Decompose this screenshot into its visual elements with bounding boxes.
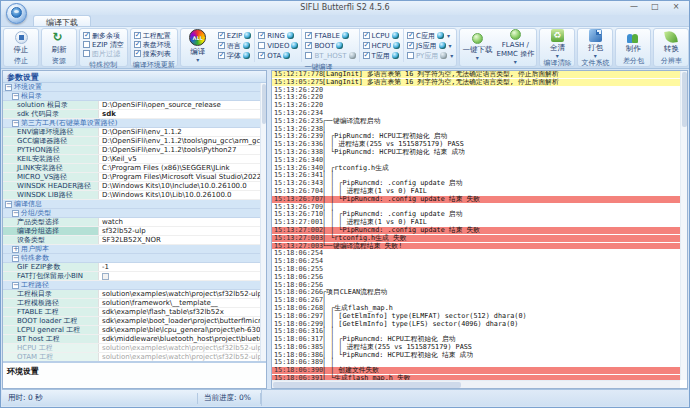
- param-group-row[interactable]: − 环境设置: [3, 83, 266, 92]
- param-row[interactable]: HCPU 工程 solution\examples\watch\project\…: [3, 344, 266, 353]
- param-group-row[interactable]: − 根目录: [3, 92, 266, 101]
- param-value[interactable]: sf32lb52-ulp: [99, 227, 266, 235]
- minimize-button[interactable]: —: [624, 1, 644, 13]
- param-group-row[interactable]: − 第三方工具(右键菜单设置路径): [3, 119, 266, 128]
- checkbox[interactable]: [363, 32, 370, 39]
- ribbon-checkbox-item[interactable]: 图片过滤: [83, 49, 124, 58]
- expand-toggle-icon[interactable]: −: [12, 255, 19, 262]
- param-row[interactable]: solution 根目录 D:\OpenSiFli\open_source_re…: [3, 101, 266, 110]
- checkbox[interactable]: [407, 42, 414, 49]
- param-value[interactable]: sdk\example\boot_loader\project\butterfl…: [99, 317, 266, 325]
- param-row[interactable]: WINSDK HEADER路径 D:\Windows Kits\10\Inclu…: [3, 182, 266, 191]
- checkbox[interactable]: [134, 41, 141, 48]
- expand-toggle-icon[interactable]: −: [12, 120, 19, 127]
- fat-min-bin-checkbox[interactable]: [102, 273, 109, 280]
- param-value[interactable]: solution\examples\watch\project\sf32lb52…: [99, 344, 266, 352]
- one-key-checkbox-item[interactable]: BT_HOST: [305, 51, 355, 60]
- one-key-checkbox-item[interactable]: 字体: [218, 51, 252, 60]
- param-row[interactable]: 编译分组选择 sf32lb52-ulp: [3, 227, 266, 236]
- ribbon-checkbox-item[interactable]: 搜索列表: [134, 49, 171, 58]
- param-value[interactable]: [99, 272, 266, 280]
- param-value[interactable]: D:\Keil_v5: [99, 155, 266, 163]
- checkbox[interactable]: [305, 32, 312, 39]
- param-value[interactable]: D:\Windows Kits\10\Include\10.0.26100.0: [99, 182, 266, 190]
- checkbox[interactable]: [134, 50, 141, 57]
- param-value[interactable]: D:\OpenSiFli\open_source_release: [99, 101, 266, 109]
- one-key-checkbox-item[interactable]: 语言: [218, 41, 252, 50]
- param-row[interactable]: GIF EZIP参数 -1: [3, 263, 266, 272]
- maximize-button[interactable]: □: [645, 1, 665, 13]
- checkbox[interactable]: [258, 32, 265, 39]
- one-key-checkbox-item[interactable]: VIDEO: [258, 41, 298, 50]
- one-key-download-button[interactable]: 一键下载 ▾: [460, 29, 494, 64]
- log-horizontal-scrollbar[interactable]: [272, 380, 680, 388]
- param-row[interactable]: 工程模板路径 solution\framework\__template__: [3, 299, 266, 308]
- expand-toggle-icon[interactable]: −: [5, 84, 12, 91]
- expand-toggle-icon[interactable]: −: [12, 282, 19, 289]
- checkbox[interactable]: [305, 52, 312, 59]
- param-value[interactable]: solution\examples\watch\project\sf32lb52…: [99, 290, 266, 298]
- expand-toggle-icon[interactable]: +: [12, 246, 19, 253]
- checkbox[interactable]: [218, 42, 225, 49]
- one-key-checkbox-item[interactable]: HCPU: [363, 41, 401, 50]
- param-value[interactable]: D:\OpenSiFli\env_1.1.2: [99, 128, 266, 136]
- checkbox[interactable]: [363, 52, 370, 59]
- one-key-checkbox-item[interactable]: PY应用 ▾: [407, 51, 453, 60]
- checkbox[interactable]: [407, 32, 414, 39]
- param-row[interactable]: 工程根目录 solution\examples\watch\project\sf…: [3, 290, 266, 299]
- param-row[interactable]: BT host 工程 sdk\middleware\bluetooth_host…: [3, 335, 266, 344]
- pack-button[interactable]: 打包 ▾: [578, 29, 612, 58]
- scrollbar-thumb[interactable]: [262, 84, 266, 124]
- param-value[interactable]: D:\OpenSiFli\env_1.1.2\tools\gnu_gcc\arm…: [99, 137, 266, 145]
- chevron-down-icon[interactable]: ▾: [447, 34, 450, 38]
- stop-button[interactable]: 停止: [4, 29, 38, 56]
- checkbox[interactable]: [218, 32, 225, 39]
- param-value[interactable]: solution\examples\watch\project\sf32lb52…: [99, 353, 266, 361]
- tab-compile-download[interactable]: 编译下载: [33, 15, 91, 26]
- chevron-down-icon[interactable]: ▾: [450, 54, 453, 58]
- param-value[interactable]: solution\framework\__template__: [99, 299, 266, 307]
- clean-all-button[interactable]: ♻ 全清 ▾: [540, 29, 574, 58]
- param-value[interactable]: sdk\example\flash_table\sf32lb52x: [99, 308, 266, 316]
- param-group-row[interactable]: − 分组/类型: [3, 209, 266, 218]
- param-group-row[interactable]: − 工程路径: [3, 281, 266, 290]
- param-row[interactable]: PYTHON路径 D:\OpenSiFli\env_1.1.2\tools\Py…: [3, 146, 266, 155]
- param-value[interactable]: C:\Program Files (x86)\SEGGER\JLink: [99, 164, 266, 172]
- refresh-button[interactable]: ↻ 刷新: [42, 29, 76, 56]
- params-scrollbar[interactable]: [260, 83, 266, 361]
- one-key-checkbox-item[interactable]: C应用 ▾: [407, 31, 453, 40]
- log-vertical-scrollbar[interactable]: [680, 71, 687, 380]
- one-key-checkbox-item[interactable]: EZIP: [218, 31, 252, 40]
- param-value[interactable]: watch: [99, 218, 266, 226]
- one-key-checkbox-item[interactable]: T应用: [363, 51, 401, 60]
- param-value[interactable]: sdk\example\ble\lcpu_general\project\eh-…: [99, 326, 266, 334]
- scrollbar-thumb[interactable]: [273, 382, 461, 388]
- close-button[interactable]: ×: [666, 1, 686, 13]
- param-value[interactable]: D:\OpenSiFli\env_1.1.2\tools\Python27: [99, 146, 266, 154]
- one-key-checkbox-item[interactable]: OTA: [258, 51, 298, 60]
- param-value[interactable]: sdk\middleware\bluetooth_host\project\bl…: [99, 335, 266, 343]
- param-value[interactable]: D:\Windows Kits\10\Lib\10.0.26100.0: [99, 191, 266, 199]
- param-row[interactable]: GCC编译器路径 D:\OpenSiFli\env_1.1.2\tools\gn…: [3, 137, 266, 146]
- checkbox[interactable]: [83, 32, 90, 39]
- param-group-row[interactable]: − 特殊参数: [3, 254, 266, 263]
- param-row[interactable]: OTAM 工程 solution\examples\watch\project\…: [3, 353, 266, 361]
- param-row[interactable]: MICRO_VS路径 D:\Program Files\Microsoft Vi…: [3, 173, 266, 182]
- checkbox[interactable]: [134, 32, 141, 39]
- checkbox[interactable]: [218, 52, 225, 59]
- checkbox[interactable]: [363, 42, 370, 49]
- param-value[interactable]: SF32LB52X_NOR: [99, 236, 266, 244]
- param-row[interactable]: WINSDK LIB路径 D:\Windows Kits\10\Lib\10.0…: [3, 191, 266, 200]
- one-key-checkbox-item[interactable]: LCPU: [363, 31, 401, 40]
- checkbox[interactable]: [258, 42, 265, 49]
- scrollbar-thumb[interactable]: [682, 72, 687, 127]
- compile-all-button[interactable]: ALL 编译 ▾: [181, 29, 215, 62]
- convert-button[interactable]: 转换: [654, 29, 688, 56]
- expand-toggle-icon[interactable]: −: [12, 210, 19, 217]
- param-row[interactable]: KEIL安装路径 D:\Keil_v5: [3, 155, 266, 164]
- one-key-checkbox-item[interactable]: BOOT: [305, 41, 355, 50]
- param-row[interactable]: ENV编译环境路径 D:\OpenSiFli\env_1.1.2: [3, 128, 266, 137]
- one-key-checkbox-item[interactable]: JS应用 ▾: [407, 41, 453, 50]
- make-button[interactable]: 制作: [616, 29, 650, 56]
- param-row[interactable]: JLINK安装路径 C:\Program Files (x86)\SEGGER\…: [3, 164, 266, 173]
